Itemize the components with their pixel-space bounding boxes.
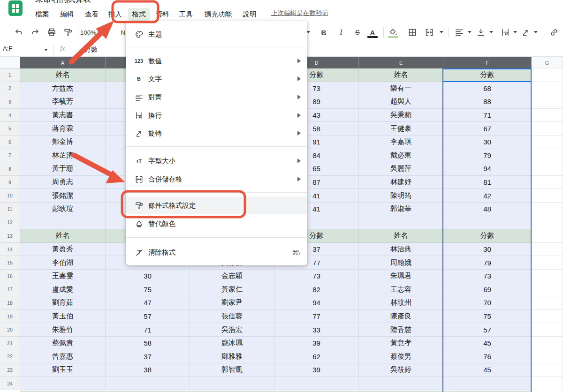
cell-F6[interactable]: 30 (443, 136, 532, 149)
row-header-19[interactable]: 19 (0, 310, 20, 324)
cell-E23[interactable]: 吳筱婷 (359, 363, 443, 377)
cell-A14[interactable]: 黃盈秀 (20, 243, 106, 256)
cell-A18[interactable]: 劉育茹 (20, 296, 106, 310)
last-edit-status[interactable]: 上次編輯是在數秒前 (271, 9, 328, 17)
horizontal-align-button-caret-icon[interactable] (468, 31, 472, 33)
cell-F20[interactable]: 57 (443, 323, 532, 337)
menubar-item-工具[interactable]: 工具 (175, 8, 197, 21)
cell-C20[interactable]: 吳浩宏 (190, 323, 274, 337)
cell-F3[interactable]: 88 (443, 95, 532, 109)
cell-G5[interactable] (532, 122, 563, 136)
cell-E11[interactable]: 郭淑華 (359, 203, 443, 216)
cell-F9[interactable]: 81 (443, 176, 532, 189)
row-header-11[interactable]: 11 (0, 203, 20, 216)
cell-F24[interactable] (443, 377, 532, 391)
cell-G13[interactable] (532, 229, 563, 243)
text-wrap-button[interactable] (498, 25, 512, 39)
bold-button[interactable]: B (317, 25, 331, 39)
format-menu-item-換行[interactable]: 換行 (126, 106, 307, 124)
row-header-15[interactable]: 15 (0, 256, 20, 270)
cell-D17[interactable]: 82 (274, 283, 359, 297)
horizontal-align-button[interactable] (452, 25, 466, 39)
merge-cells-button[interactable] (422, 25, 436, 39)
cell-E19[interactable]: 陳彥良 (359, 310, 443, 324)
menubar-item-查看[interactable]: 查看 (81, 8, 103, 21)
cell-F21[interactable]: 45 (443, 337, 532, 350)
format-menu-item-旋轉[interactable]: 旋轉 (126, 124, 307, 142)
row-header-16[interactable]: 16 (0, 270, 20, 283)
cell-E9[interactable]: 林建妤 (359, 176, 443, 189)
cell-F23[interactable]: 45 (443, 363, 532, 377)
cell-D23[interactable]: 39 (274, 363, 359, 377)
cell-E4[interactable]: 吳秉蘋 (359, 109, 443, 122)
cell-A9[interactable]: 周勇志 (20, 176, 106, 189)
format-menu-item-條件式格式設定[interactable]: 條件式格式設定 (126, 196, 307, 214)
cell-E5[interactable]: 王健豪 (359, 122, 443, 136)
zoom-select-caret-icon[interactable] (98, 31, 101, 33)
cell-A12[interactable] (20, 216, 106, 230)
name-box-caret-icon[interactable] (44, 49, 48, 51)
cell-G16[interactable] (532, 270, 563, 283)
cell-A22[interactable]: 曾嘉惠 (20, 350, 106, 364)
cell-G11[interactable] (532, 203, 563, 216)
format-menu-item-清除格式[interactable]: 清除格式⌘\ (126, 243, 307, 261)
strikethrough-button[interactable]: S (350, 25, 365, 39)
cell-F10[interactable]: 42 (443, 189, 532, 203)
cell-D16[interactable]: 73 (274, 270, 359, 283)
print-button[interactable] (45, 25, 59, 39)
cell-G8[interactable] (532, 162, 563, 176)
format-menu-item-合併儲存格[interactable]: 合併儲存格 (126, 170, 307, 188)
cell-E22[interactable]: 蔡俊男 (359, 350, 443, 364)
cell-E14[interactable]: 林治典 (359, 243, 443, 256)
cell-A6[interactable]: 鄭金博 (20, 136, 106, 149)
row-header-22[interactable]: 22 (0, 350, 20, 364)
cell-D20[interactable]: 33 (274, 323, 359, 337)
name-box[interactable]: A:F (3, 45, 43, 54)
cell-F18[interactable]: 70 (443, 296, 532, 310)
cell-G14[interactable] (532, 243, 563, 256)
cell-E21[interactable]: 黃意孝 (359, 337, 443, 350)
cell-E7[interactable]: 戴必東 (359, 149, 443, 163)
fill-color-button[interactable] (386, 25, 400, 39)
cell-D18[interactable]: 94 (274, 296, 359, 310)
cell-F2[interactable]: 68 (443, 82, 532, 96)
cell-B18[interactable]: 47 (106, 296, 190, 310)
cell-C24[interactable] (190, 377, 274, 391)
cell-A21[interactable]: 蔡佩貴 (20, 337, 106, 350)
borders-button[interactable] (405, 25, 419, 39)
row-header-21[interactable]: 21 (0, 337, 20, 350)
cell-G6[interactable] (532, 136, 563, 149)
cell-B19[interactable]: 57 (106, 310, 190, 324)
cell-G1[interactable] (532, 68, 563, 82)
cell-E8[interactable]: 吳麗萍 (359, 162, 443, 176)
row-header-5[interactable]: 5 (0, 122, 20, 136)
row-header-18[interactable]: 18 (0, 296, 20, 310)
cell-F8[interactable]: 94 (443, 162, 532, 176)
format-menu-item-替代顏色[interactable]: 替代顏色 (126, 215, 307, 233)
text-wrap-button-caret-icon[interactable] (513, 31, 517, 33)
cell-F13[interactable]: 分數 (443, 229, 532, 243)
cell-B24[interactable] (106, 377, 190, 391)
cell-A13[interactable]: 姓名 (20, 229, 106, 243)
cell-F17[interactable]: 69 (443, 283, 532, 297)
cell-A2[interactable]: 方益杰 (20, 82, 106, 96)
cell-F12[interactable] (443, 216, 532, 230)
row-header-9[interactable]: 9 (0, 176, 20, 189)
cell-B22[interactable]: 37 (106, 350, 190, 364)
cell-A1[interactable]: 姓名 (20, 68, 106, 82)
menubar-item-檔案[interactable]: 檔案 (31, 8, 53, 21)
cell-G22[interactable] (532, 350, 563, 364)
cell-D19[interactable]: 77 (274, 310, 359, 324)
format-menu-item-對齊[interactable]: 對齊 (126, 88, 307, 106)
cell-A17[interactable]: 盧成愛 (20, 283, 106, 297)
cell-A16[interactable]: 王嘉雯 (20, 270, 106, 283)
italic-button[interactable]: I (334, 25, 348, 39)
column-header-A[interactable]: A (20, 57, 106, 68)
cell-A15[interactable]: 李伯湖 (20, 256, 106, 270)
row-header-7[interactable]: 7 (0, 149, 20, 163)
document-title[interactable]: 未命名的試算表 (35, 0, 91, 5)
cell-G24[interactable] (532, 377, 563, 391)
cell-E12[interactable] (359, 216, 443, 230)
row-header-10[interactable]: 10 (0, 189, 20, 203)
text-color-button[interactable]: A (365, 25, 380, 39)
